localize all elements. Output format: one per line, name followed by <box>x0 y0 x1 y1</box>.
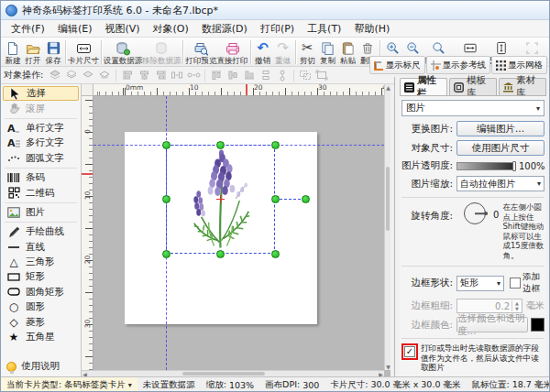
tool-circle[interactable]: ○ 圆形 <box>1 299 81 314</box>
hand-icon <box>6 103 21 115</box>
menu-tools[interactable]: 工具(T) <box>301 20 347 38</box>
tool-qrcode[interactable]: 二维码 <box>1 185 81 200</box>
scroll-left-arrow[interactable]: ◀ <box>82 371 88 376</box>
tool-triangle[interactable]: △ 三角形 <box>1 255 81 269</box>
tool-rectangle[interactable]: 矩形 <box>1 269 81 284</box>
tool-image[interactable]: 图片 <box>1 205 81 220</box>
full-page-icon <box>525 40 539 56</box>
object-type-dropdown[interactable]: 图片 ▾ <box>402 100 544 116</box>
tool-select[interactable]: 选择 <box>3 86 79 101</box>
show-guides-button[interactable]: 显示参考线 <box>426 56 491 74</box>
handle-top-right[interactable] <box>271 141 280 149</box>
align-right-icon <box>153 69 168 82</box>
group-icon <box>298 69 313 82</box>
menu-help[interactable]: 帮助(H) <box>347 20 396 38</box>
menu-print[interactable]: 打印(P) <box>254 20 301 38</box>
border-color-button: 选择颜色和透明度... <box>456 317 528 332</box>
canvas-horizontal-scrollbar[interactable]: ◀ ▶ <box>82 370 384 376</box>
handle-middle-left[interactable] <box>162 195 170 203</box>
opacity-value: 100% <box>519 161 544 171</box>
show-grid-button[interactable]: 显示网格 <box>491 56 547 74</box>
trash-icon <box>361 40 374 56</box>
menu-view[interactable]: 视图(V) <box>98 20 146 38</box>
tool-freehand-curve[interactable]: 手绘曲线 <box>1 224 81 239</box>
scroll-up-arrow[interactable]: ▲ <box>385 84 390 91</box>
copy-button[interactable]: 复制 <box>317 38 337 66</box>
pen-icon <box>6 225 21 238</box>
add-border-checkbox[interactable] <box>510 278 521 289</box>
design-canvas[interactable]: 0mm 10 20 30 40 0 10 20 30 <box>82 84 390 376</box>
scroll-down-arrow[interactable]: ▼ <box>385 364 390 370</box>
use-image-size-button[interactable]: 使用图片尺寸 <box>456 140 544 156</box>
border-shape-dropdown[interactable]: 矩形 ▾ <box>456 276 504 291</box>
tool-barcode[interactable]: 条码 <box>1 170 81 185</box>
edit-image-button[interactable]: 编辑图片... <box>456 121 544 136</box>
save-button[interactable]: 保存 <box>43 38 63 66</box>
handle-bottom-center[interactable] <box>216 250 225 258</box>
card-type-dropdown[interactable]: 当前卡片类型: 条码标签类卡片 ▾ <box>1 377 138 392</box>
image-scale-dropdown[interactable]: 自动拉伸图片 ▾ <box>456 176 544 191</box>
annotation-box-checkbox: ✓ <box>402 343 418 360</box>
tool-arc-text[interactable]: 圆弧文字 <box>1 151 81 166</box>
vertical-scroll-thumb[interactable] <box>386 167 390 231</box>
undo-button[interactable]: ↶ 撤销 <box>253 38 273 66</box>
opacity-slider[interactable] <box>456 162 515 170</box>
handle-top-left[interactable] <box>162 141 170 149</box>
tool-rounded-rectangle[interactable]: 圆角矩形 <box>1 285 81 299</box>
scroll-right-arrow[interactable]: ▶ <box>378 371 384 376</box>
app-window: 神奇条码标签打印系统 6.0 - 未命名7.lbcp* 文件(F) 编辑(E) … <box>0 0 550 392</box>
print-preview-icon <box>193 40 209 56</box>
scissors-icon: ✂ <box>302 40 314 56</box>
menu-file[interactable]: 文件(F) <box>5 20 51 38</box>
rotation-dial[interactable] <box>464 202 486 224</box>
menu-datasource[interactable]: 数据源(D) <box>195 20 254 38</box>
rotation-handle[interactable] <box>302 195 310 203</box>
handle-bottom-right[interactable] <box>271 250 280 258</box>
canvas-vertical-scrollbar[interactable]: ▲ ▼ <box>384 84 390 370</box>
tab-templates[interactable]: 模板库 <box>449 78 497 95</box>
send-to-back-icon <box>64 69 79 82</box>
border-width-label: 边框粗细: <box>402 299 456 312</box>
tool-star[interactable]: ★ 五角星 <box>1 330 81 344</box>
image-scale-label: 图片缩放: <box>402 178 456 191</box>
cut-button[interactable]: ✂ 剪切 <box>297 38 317 66</box>
handle-top-center[interactable] <box>216 141 225 149</box>
rotation-value: 0 <box>493 202 499 220</box>
horizontal-scroll-thumb[interactable] <box>182 372 265 376</box>
vertical-ruler: 0 10 20 30 <box>82 96 94 370</box>
tool-multi-line-text[interactable]: A 多行文字 <box>1 136 81 150</box>
tab-materials[interactable]: 素材库 <box>499 78 546 95</box>
replace-image-label: 更换图片: <box>402 123 456 136</box>
print-preview-button[interactable]: 打印预览 <box>185 38 216 66</box>
read-filename-from-datasource-checkbox[interactable]: ✓ <box>404 346 415 357</box>
usage-help-link[interactable]: 使用说明 <box>1 358 81 375</box>
printer-icon <box>226 40 240 56</box>
new-button[interactable]: 新建 <box>3 38 23 66</box>
show-ruler-button[interactable]: 显示标尺 <box>369 56 425 74</box>
opacity-slider-knob[interactable] <box>512 161 516 171</box>
open-button[interactable]: 打开 <box>23 38 43 66</box>
remove-datasource-button: 移除数据源 <box>142 38 181 66</box>
tab-properties[interactable]: 属性栏 <box>400 78 447 95</box>
multi-text-icon: A <box>6 136 21 149</box>
ruler-icon <box>374 60 384 71</box>
v-distribute-icon <box>258 69 273 82</box>
border-width-unit: 毫米 <box>526 299 544 312</box>
app-icon <box>6 5 17 16</box>
tool-diamond[interactable]: ◇ 菱形 <box>1 314 81 329</box>
properties-panel: 属性栏 模板库 素材库 图片 ▾ 更换图片: 编辑图片... 对象尺寸: <box>394 77 550 376</box>
card-size-button[interactable]: 卡片尺寸 <box>68 38 99 66</box>
redo-icon: ↷ <box>277 40 289 56</box>
view-toggle-bar: 显示标尺 显示参考线 显示网格 <box>369 56 548 74</box>
tool-line[interactable]: 直线 <box>1 240 81 255</box>
handle-bottom-left[interactable] <box>162 250 170 258</box>
handle-middle-right[interactable] <box>271 195 280 203</box>
set-datasource-button[interactable]: 设置数据源 <box>104 38 142 66</box>
status-dpi: 画布DPI:300 <box>259 377 324 392</box>
menu-object[interactable]: 对象(O) <box>147 20 195 38</box>
direct-print-button[interactable]: 直接打印 <box>216 38 248 66</box>
grid-icon <box>496 60 506 71</box>
paste-button[interactable]: 粘贴 <box>337 38 358 66</box>
tool-single-line-text[interactable]: A 单行文字 <box>1 121 81 136</box>
menu-edit[interactable]: 编辑(E) <box>51 20 99 38</box>
